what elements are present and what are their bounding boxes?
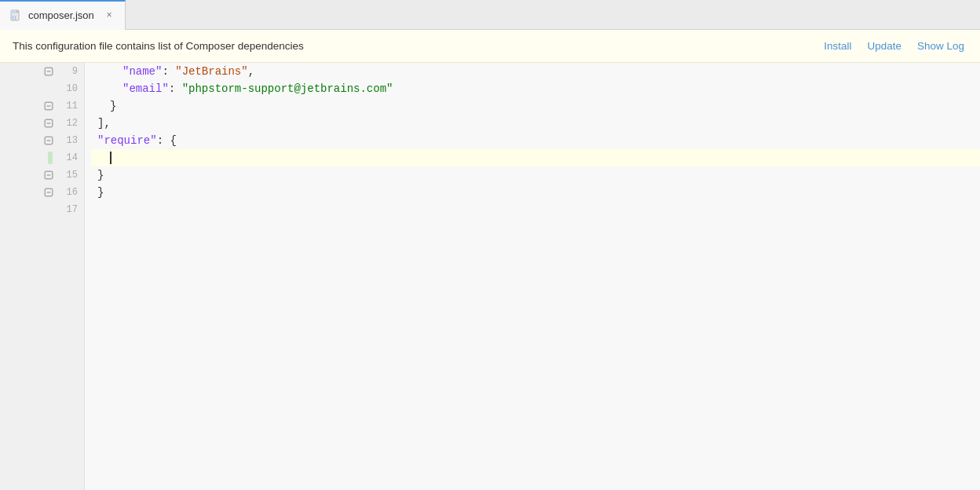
- code-line-10: "email": "phpstorm-support@jetbrains.com…: [91, 80, 980, 97]
- line-number-17: 17: [59, 204, 78, 215]
- require-key: "require": [97, 134, 157, 147]
- email-key: "email": [122, 82, 169, 95]
- gutter-row-13: 13: [0, 132, 84, 149]
- tab-label: composer.json: [28, 9, 94, 21]
- fold-icon-11[interactable]: [43, 101, 54, 112]
- gutter-row-15: 15: [0, 166, 84, 184]
- line-number-10: 10: [59, 83, 78, 94]
- fold-icon-13[interactable]: [43, 135, 54, 146]
- json-file-icon: {}: [9, 9, 22, 22]
- svg-text:{}: {}: [12, 15, 16, 20]
- current-line-marker: [48, 152, 53, 164]
- gutter-row-10: 10: [0, 80, 84, 97]
- fold-icon-12[interactable]: [43, 118, 54, 129]
- svg-rect-1: [11, 10, 16, 13]
- gutter-row-9: 9: [0, 63, 84, 80]
- gutter-row-14: 14: [0, 149, 84, 166]
- gutter-row-12: 12: [0, 115, 84, 132]
- code-line-16: }: [91, 184, 980, 201]
- info-text: This configuration file contains list of…: [13, 40, 811, 52]
- tab-close-button[interactable]: ×: [103, 9, 115, 22]
- line-number-14: 14: [59, 152, 78, 163]
- code-line-9: "name": "JetBrains",: [91, 63, 980, 80]
- line-number-16: 16: [59, 187, 78, 198]
- composer-json-tab[interactable]: {} composer.json ×: [0, 0, 126, 30]
- fold-icon-16[interactable]: [43, 187, 54, 198]
- line-number-15: 15: [59, 170, 78, 181]
- fold-icon-15[interactable]: [43, 170, 54, 181]
- install-button[interactable]: Install: [821, 38, 854, 53]
- line-number-9: 9: [59, 66, 78, 77]
- email-val: "phpstorm-support@jetbrains.com": [182, 82, 393, 95]
- code-line-11: }: [91, 97, 980, 115]
- gutter-row-16: 16: [0, 184, 84, 201]
- fold-icon-9[interactable]: [43, 66, 54, 77]
- tab-bar: {} composer.json ×: [0, 0, 980, 30]
- gutter-row-17: 17: [0, 201, 84, 218]
- line-number-12: 12: [59, 118, 78, 129]
- gutter-row-11: 11: [0, 97, 84, 115]
- code-line-12: ],: [91, 115, 980, 132]
- code-line-13: "require": {: [91, 132, 980, 149]
- code-line-15: }: [91, 166, 980, 184]
- line-number-11: 11: [59, 101, 78, 112]
- update-button[interactable]: Update: [864, 38, 905, 53]
- name-val: "JetBrains": [175, 65, 247, 78]
- show-log-button[interactable]: Show Log: [914, 38, 967, 53]
- name-key: "name": [122, 65, 162, 78]
- editor-area: 9 10 11 12 13 14: [0, 63, 980, 490]
- code-line-17: [91, 201, 980, 218]
- gutter: 9 10 11 12 13 14: [0, 63, 85, 490]
- text-cursor: [110, 152, 112, 164]
- code-line-14: [91, 149, 980, 166]
- code-area[interactable]: "name": "JetBrains", "email": "phpstorm-…: [85, 63, 980, 490]
- line-number-13: 13: [59, 135, 78, 146]
- info-bar: This configuration file contains list of…: [0, 30, 980, 63]
